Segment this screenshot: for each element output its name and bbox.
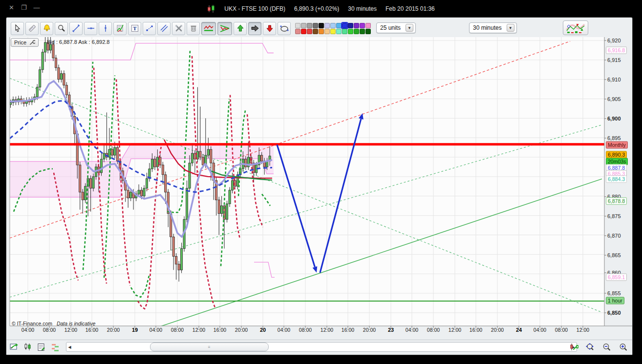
zoom-fit-button[interactable] [584, 342, 596, 353]
segment-tool-button[interactable] [143, 22, 156, 35]
support-pattern-icon [203, 24, 214, 33]
price-tag-6-916-8: 6,916.8 [606, 47, 627, 54]
time-tick-label: 19 [132, 327, 138, 333]
color-palette [295, 23, 371, 34]
delete-tool-button[interactable] [187, 22, 200, 35]
trend-line-tool-button[interactable] [69, 22, 83, 35]
price-tick-label: 6,855 [607, 290, 621, 296]
pointer-tool-button[interactable] [11, 22, 24, 35]
palette-color[interactable] [313, 29, 318, 34]
time-tick-label: 12:00 [321, 327, 333, 333]
price-tag-6-884-3: 6,884.3 [606, 176, 627, 183]
chart-options-button[interactable] [568, 342, 579, 353]
price-tick-label: 6,875 [607, 213, 621, 219]
palette-color[interactable] [307, 29, 312, 34]
drawing-toolbar: T [11, 20, 371, 36]
market-depth-button[interactable] [49, 342, 61, 353]
pattern-support-button[interactable] [201, 22, 216, 35]
palette-color[interactable] [336, 29, 342, 34]
ellipse-tool-button[interactable] [278, 22, 291, 35]
time-tick-label: 12:00 [193, 327, 205, 333]
right-arrow-icon [251, 24, 259, 33]
palette-color[interactable] [313, 23, 318, 28]
palette-color[interactable] [330, 29, 336, 34]
zoom-tool-button[interactable] [55, 22, 68, 35]
palette-color[interactable] [354, 23, 359, 28]
neutral-arrow-button[interactable] [248, 22, 261, 35]
chevron-down-icon: ▼ [507, 24, 514, 32]
palette-color[interactable] [295, 29, 300, 34]
pattern-detection-button[interactable] [563, 20, 588, 35]
title-instrument: UKX - FTSE 100 (DFB) [224, 5, 285, 12]
palette-color[interactable] [336, 23, 342, 28]
time-tick-label: 20:00 [235, 327, 248, 333]
palette-color[interactable] [365, 23, 371, 28]
palette-color[interactable] [342, 23, 347, 28]
zoom-in-button[interactable] [618, 342, 629, 353]
zoom-fit-icon [585, 343, 596, 352]
wrench-icon [174, 24, 183, 33]
time-tick-label: 16:00 [214, 327, 226, 333]
time-tick-label: 20:00 [363, 327, 376, 333]
settings-tools-button[interactable] [172, 22, 185, 35]
trading-app-window: ✕ ❐ — UKX - FTSE 100 (DFB) 6,890.3 (+0.0… [0, 0, 642, 364]
sell-arrow-button[interactable] [263, 22, 276, 35]
price-tick-label: 6,865 [607, 252, 621, 258]
export-image-button[interactable] [8, 342, 20, 353]
time-tick-label: 20 [260, 327, 266, 333]
down-arrow-icon [265, 24, 274, 33]
units-select[interactable]: 25 units ▼ [376, 22, 416, 33]
time-tick-label: 24 [516, 327, 522, 333]
timeframe-select-value: 30 minutes [473, 24, 502, 31]
palette-color[interactable] [365, 29, 371, 34]
pointer-icon [13, 24, 22, 33]
palette-color[interactable] [307, 23, 312, 28]
palette-color[interactable] [319, 23, 324, 28]
trash-icon [189, 24, 198, 33]
palette-color[interactable] [301, 29, 306, 34]
palette-color[interactable] [295, 23, 300, 28]
vertical-line-tool-button[interactable] [99, 22, 112, 35]
price-tick-label: 6,915 [607, 57, 621, 63]
bid-ask-readout: Bid : 6,887.8 Ask : 6,892.8 [47, 39, 109, 45]
timeframe-select[interactable]: 30 minutes ▼ [469, 22, 517, 33]
palette-color[interactable] [301, 23, 306, 28]
palette-color[interactable] [324, 23, 330, 28]
palette-color[interactable] [354, 29, 359, 34]
scrollbar-track[interactable]: ≡ [73, 343, 570, 351]
parallel-lines-tool-button[interactable] [157, 22, 171, 35]
palette-color[interactable] [324, 29, 330, 34]
time-tick-label: 20:00 [107, 327, 120, 333]
palette-color[interactable] [342, 29, 347, 34]
up-arrow-icon [236, 24, 245, 33]
palette-color[interactable] [319, 29, 324, 34]
candlestick-logo-icon [207, 5, 215, 13]
zoom-out-button[interactable] [601, 342, 613, 353]
wrench-small-icon [29, 40, 35, 46]
display-style-button[interactable] [22, 342, 34, 353]
notes-button[interactable] [36, 342, 47, 353]
price-tick-label: 6,900 [607, 116, 621, 121]
scroll-left-icon[interactable]: ◀ [66, 343, 73, 351]
vertical-line-icon [101, 24, 110, 33]
palette-color[interactable] [348, 23, 353, 28]
price-series-button[interactable]: Price [11, 38, 39, 47]
price-tag-6-878-8: 6,878.8 [606, 198, 627, 205]
palette-color[interactable] [360, 29, 365, 34]
title-price: 6,890.3 (+0.02%) [294, 5, 339, 12]
palette-color[interactable] [330, 23, 336, 28]
indicators-button[interactable] [113, 22, 127, 35]
time-tick-label: 20:00 [491, 327, 504, 333]
horizontal-line-tool-button[interactable] [84, 22, 97, 35]
alarm-tool-button[interactable] [40, 22, 53, 35]
palette-color[interactable] [348, 29, 353, 34]
time-scrollbar[interactable]: ◀ ≡ ▶ [66, 342, 577, 352]
scrollbar-thumb[interactable]: ≡ [150, 343, 269, 351]
chart-options-icon [569, 343, 578, 352]
palette-color[interactable] [360, 23, 365, 28]
text-tool-button[interactable]: T [128, 22, 141, 35]
title-timeframe: 30 minutes [348, 5, 377, 12]
ruler-tool-button[interactable] [25, 22, 39, 35]
buy-arrow-button[interactable] [234, 22, 247, 35]
pattern-triangle-button[interactable] [217, 22, 232, 35]
